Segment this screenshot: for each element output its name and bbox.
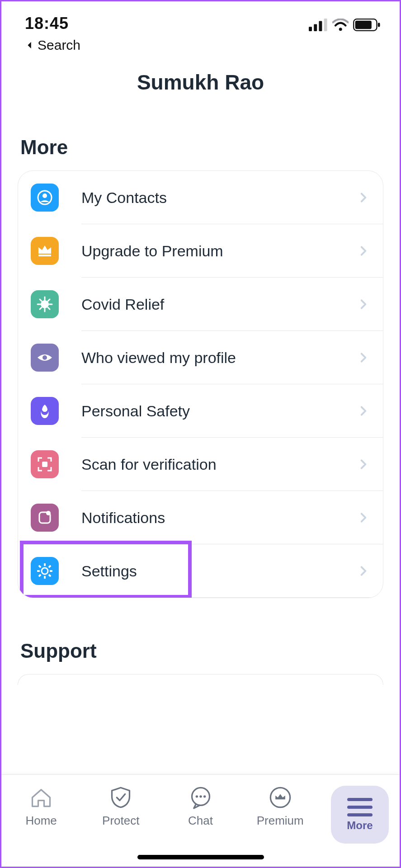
chevron-right-icon <box>358 298 369 310</box>
svg-line-17 <box>48 307 50 309</box>
svg-rect-3 <box>324 19 327 31</box>
cellular-icon <box>309 19 328 31</box>
svg-point-35 <box>199 795 202 797</box>
svg-rect-29 <box>38 565 41 568</box>
svg-line-16 <box>40 299 42 301</box>
back-caret-icon <box>25 40 35 50</box>
svg-rect-1 <box>314 24 317 31</box>
virus-icon <box>31 290 59 318</box>
svg-line-19 <box>40 307 42 309</box>
home-icon <box>29 786 53 809</box>
wifi-icon <box>332 19 349 31</box>
svg-rect-25 <box>44 563 46 566</box>
chevron-right-icon <box>358 192 369 203</box>
tab-label: Protect <box>102 814 139 828</box>
person-icon <box>31 184 59 212</box>
svg-rect-26 <box>44 576 46 579</box>
hamburger-icon <box>347 798 373 816</box>
svg-point-4 <box>339 28 342 31</box>
shield-check-icon <box>109 786 132 809</box>
svg-line-18 <box>48 299 50 301</box>
svg-rect-31 <box>48 565 51 568</box>
svg-point-34 <box>195 795 198 797</box>
list-item[interactable]: Who viewed my profile <box>18 331 383 384</box>
list-item-label: Covid Relief <box>81 296 358 313</box>
crown-circle-icon <box>269 786 292 809</box>
list-item[interactable]: Covid Relief <box>18 278 383 331</box>
back-label: Search <box>38 38 80 53</box>
svg-point-9 <box>42 193 47 198</box>
svg-rect-7 <box>378 23 380 27</box>
section-header-more: More <box>18 136 383 159</box>
list-item-label: My Contacts <box>81 189 358 207</box>
chevron-right-icon <box>358 405 369 417</box>
chevron-right-icon <box>358 458 369 470</box>
list-item[interactable]: Notifications <box>18 491 383 544</box>
list-item-label: Scan for verification <box>81 456 358 473</box>
home-indicator[interactable] <box>137 855 264 859</box>
svg-rect-2 <box>319 21 322 31</box>
svg-rect-6 <box>355 21 372 29</box>
bell-icon <box>31 504 59 532</box>
svg-rect-30 <box>48 574 51 577</box>
list-item-label: Personal Safety <box>81 402 358 420</box>
crown-icon <box>31 237 59 265</box>
back-to-search[interactable]: Search <box>25 38 80 53</box>
chevron-right-icon <box>358 512 369 524</box>
list-item-label: Who viewed my profile <box>81 349 358 367</box>
svg-point-20 <box>42 355 47 360</box>
svg-rect-28 <box>50 570 52 572</box>
tab-label: Home <box>25 814 57 828</box>
svg-point-23 <box>46 511 51 515</box>
section-header-support: Support <box>18 640 383 662</box>
tulip-icon <box>31 397 59 425</box>
status-bar: 18:45 Search <box>1 1 400 53</box>
more-list: My ContactsUpgrade to PremiumCovid Relie… <box>18 170 383 598</box>
tab-more[interactable]: More <box>331 786 389 844</box>
page-title: Sumukh Rao <box>1 70 400 94</box>
chevron-right-icon <box>358 245 369 257</box>
list-item-label: Upgrade to Premium <box>81 242 358 260</box>
svg-point-36 <box>203 795 205 797</box>
chat-icon <box>189 786 212 809</box>
chevron-right-icon <box>358 352 369 363</box>
list-item-label: Notifications <box>81 509 358 527</box>
gear-icon <box>31 557 59 585</box>
list-item[interactable]: Settings <box>18 544 383 598</box>
battery-icon <box>353 19 381 31</box>
status-icons <box>309 14 381 31</box>
tab-label: Chat <box>188 814 213 828</box>
qr-icon <box>31 450 59 478</box>
tab-chat[interactable]: Chat <box>160 786 240 828</box>
svg-point-24 <box>42 568 48 574</box>
svg-rect-0 <box>309 27 312 31</box>
eye-icon <box>31 344 59 372</box>
svg-rect-21 <box>42 462 47 467</box>
tab-home[interactable]: Home <box>1 786 81 828</box>
svg-rect-10 <box>38 255 51 256</box>
chevron-right-icon <box>358 565 369 577</box>
tab-label: More <box>347 819 373 832</box>
list-item-label: Settings <box>81 562 358 580</box>
tab-protect[interactable]: Protect <box>81 786 160 828</box>
support-list <box>18 674 383 685</box>
svg-rect-32 <box>38 574 41 577</box>
list-item[interactable]: Scan for verification <box>18 438 383 491</box>
tab-label: Premium <box>257 814 304 828</box>
clock: 18:45 <box>25 14 80 33</box>
tab-premium[interactable]: Premium <box>241 786 320 828</box>
tab-bar: Home Protect Chat Premium More <box>1 774 400 867</box>
svg-rect-27 <box>37 570 40 572</box>
list-item[interactable]: My Contacts <box>18 171 383 224</box>
list-item[interactable]: Upgrade to Premium <box>18 224 383 278</box>
list-item[interactable]: Personal Safety <box>18 384 383 438</box>
